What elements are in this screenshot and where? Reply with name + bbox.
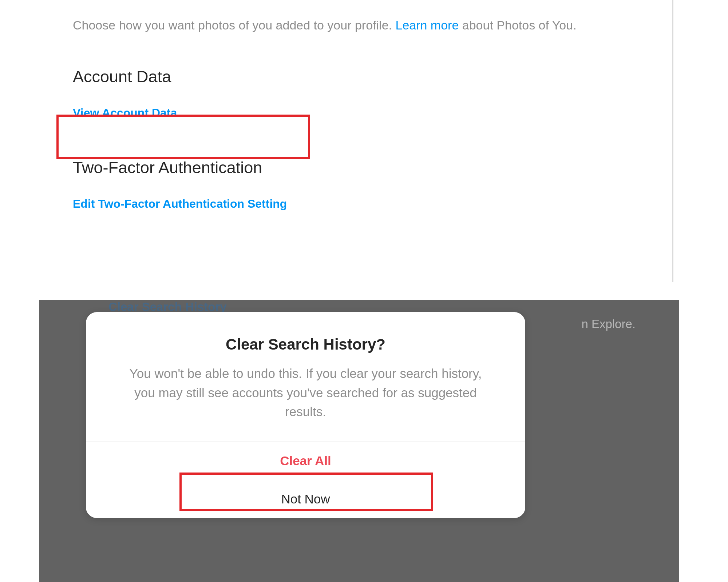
description-suffix: about Photos of You. bbox=[459, 18, 576, 32]
photos-of-you-description: Choose how you want photos of you added … bbox=[73, 18, 692, 32]
view-account-data-link[interactable]: View Account Data bbox=[73, 106, 177, 120]
not-now-button[interactable]: Not Now bbox=[86, 480, 525, 518]
clear-all-button[interactable]: Clear All bbox=[86, 442, 525, 480]
settings-panel-upper: Choose how you want photos of you added … bbox=[0, 0, 692, 289]
clear-search-history-dialog: Clear Search History? You won't be able … bbox=[86, 312, 525, 518]
dialog-title: Clear Search History? bbox=[115, 336, 496, 353]
dialog-header: Clear Search History? You won't be able … bbox=[86, 312, 525, 442]
annotation-highlight-box bbox=[56, 115, 310, 159]
section-divider bbox=[73, 138, 630, 138]
section-divider bbox=[73, 47, 630, 47]
settings-panel-lower-overlay: Clear Search History n Explore. Clear Se… bbox=[39, 300, 679, 582]
dialog-body-text: You won't be able to undo this. If you c… bbox=[115, 364, 496, 422]
learn-more-link[interactable]: Learn more bbox=[395, 18, 459, 32]
explore-text-fragment: n Explore. bbox=[581, 317, 636, 331]
edit-two-factor-link[interactable]: Edit Two-Factor Authentication Setting bbox=[73, 197, 287, 211]
section-divider bbox=[73, 229, 630, 229]
description-prefix: Choose how you want photos of you added … bbox=[73, 18, 395, 32]
account-data-heading: Account Data bbox=[73, 67, 692, 86]
panel-right-border bbox=[672, 0, 673, 282]
two-factor-heading: Two-Factor Authentication bbox=[73, 158, 692, 177]
